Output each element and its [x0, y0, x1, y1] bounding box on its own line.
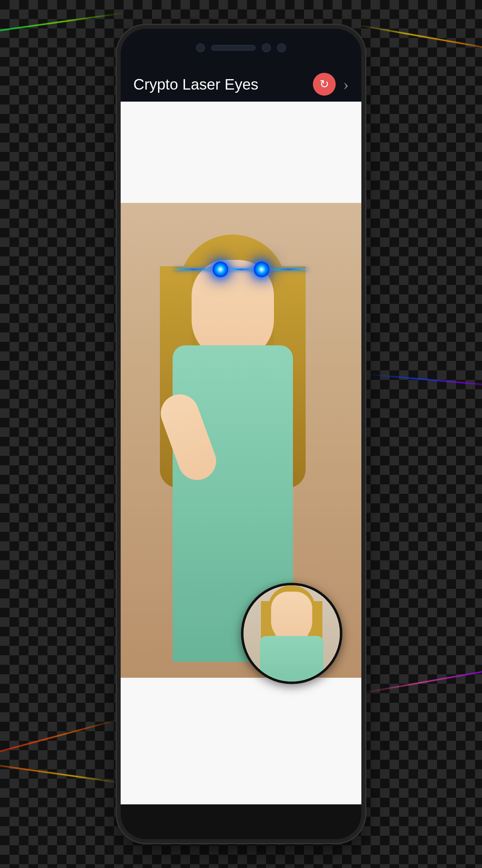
refresh-icon: ↻: [320, 78, 329, 91]
sensor-speaker: [211, 45, 255, 51]
phone-content: 👁 👁 r Eyes ✏ Curve ≡T Add Text ☀ Brightn…: [121, 102, 361, 839]
thumbnail-inner: [244, 585, 340, 682]
laser-eye-right: [254, 261, 270, 277]
white-top-space: [121, 102, 361, 203]
laser-eye-left: [212, 261, 228, 277]
app-title: Crypto Laser Eyes: [133, 76, 259, 93]
thumbnail-body: [260, 636, 323, 682]
phone-top-bar: [121, 29, 361, 67]
refresh-button[interactable]: ↻: [313, 73, 336, 96]
laser-beam-left: [175, 269, 212, 270]
phone-sensors: [196, 43, 286, 52]
next-button[interactable]: ›: [343, 75, 349, 94]
phone-device: Crypto Laser Eyes ↻ ›: [121, 29, 361, 839]
sensor-camera-right: [262, 43, 271, 52]
laser-beam-right: [270, 269, 307, 270]
laser-beam-center: [228, 269, 254, 270]
thumbnail-circle: [241, 583, 342, 684]
main-scroll-area: [121, 102, 361, 839]
white-bottom-space: [121, 678, 361, 804]
sensor-dot: [277, 43, 286, 52]
app-header: Crypto Laser Eyes ↻ ›: [121, 67, 361, 102]
header-actions: ↻ ›: [313, 73, 349, 96]
sensor-camera-left: [196, 43, 205, 52]
laser-eyes-effect: [175, 261, 307, 277]
thumbnail-face: [271, 592, 312, 642]
